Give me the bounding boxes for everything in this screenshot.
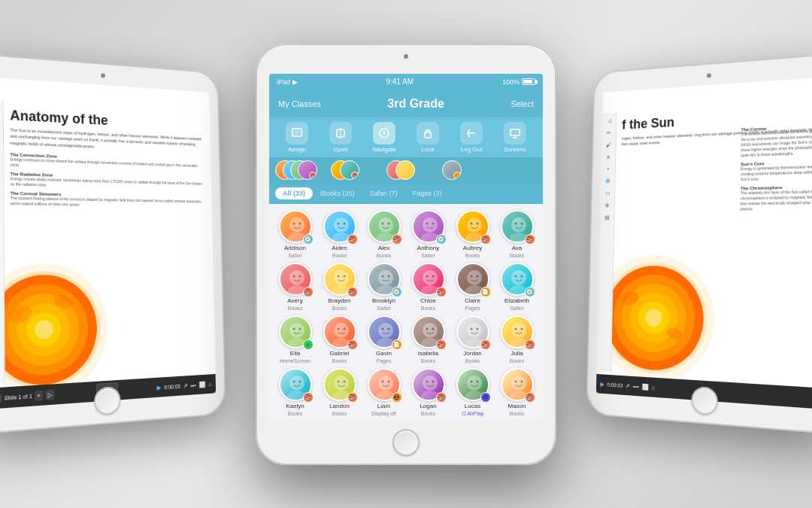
r-toolbar-back[interactable]: ◁ <box>604 115 614 126</box>
student-item[interactable]: 📄 Claire Pages <box>453 263 492 311</box>
svg-point-98 <box>511 323 526 338</box>
student-item[interactable]: 🧭 Brooklyn Safari <box>364 263 404 311</box>
student-item[interactable]: 📚 Aiden Books <box>320 210 359 258</box>
open-tool[interactable]: Open <box>326 122 356 153</box>
r-toolbar-pen[interactable]: ✏ <box>604 127 614 138</box>
left-camera <box>101 73 105 78</box>
r-toolbar-settings[interactable]: ⚙ <box>603 175 613 186</box>
student-item[interactable]: 📚 Logan Books <box>408 368 448 417</box>
home-icon-right[interactable]: ⌂ <box>651 384 655 391</box>
play-icon-right[interactable]: ▶ <box>600 381 604 388</box>
share-icon-right[interactable]: ⇗ <box>626 382 631 389</box>
svg-point-69 <box>432 275 434 277</box>
filter-ibooks[interactable]: iBooks (20) <box>313 187 362 199</box>
back-button[interactable]: My Classes <box>278 99 321 108</box>
app-badge: 📚 <box>436 392 447 403</box>
app-badge: 📚 <box>525 392 535 403</box>
avatar-wrapper: 📚 <box>323 263 356 296</box>
group-av-4: 📚 <box>298 160 317 180</box>
svg-point-53 <box>520 222 523 224</box>
toolbar-layers-icon[interactable]: ▤ <box>0 209 1 221</box>
navigate-tool[interactable]: Navigate <box>369 122 399 153</box>
student-name: Jordan <box>463 350 481 357</box>
present-icon-right[interactable]: ⬜ <box>641 383 648 391</box>
student-item[interactable]: 📚 Landon Books <box>320 368 359 417</box>
center-home-button[interactable] <box>392 429 420 456</box>
r-toolbar-brush[interactable]: 🖌 <box>604 139 614 150</box>
student-name: Claire <box>465 297 480 304</box>
student-item[interactable]: 📚 Ava Books <box>497 210 537 258</box>
student-item[interactable]: ⊡ Lucas ⊡ AirPlay <box>453 368 492 417</box>
filter-all[interactable]: All (33) <box>275 187 313 199</box>
home-icon-left[interactable]: ⌂ <box>208 381 212 388</box>
slide-indicator: Slide 1 of 1 <box>5 393 32 400</box>
student-item[interactable]: 🧭 Elizabeth Safari <box>497 263 537 311</box>
student-item[interactable]: 📚 Alex Books <box>364 210 404 258</box>
lock-tool[interactable]: Lock <box>413 122 443 153</box>
logout-tool[interactable]: Log Out <box>456 122 486 153</box>
filter-safari[interactable]: Safari (7) <box>362 187 405 199</box>
timer-left: 0:00:03 <box>164 383 180 389</box>
student-item[interactable]: 📚 Brayden Books <box>320 263 359 311</box>
suns-core-text: Energy is generated by thermonuclear rea… <box>741 164 812 183</box>
lock-label: Lock <box>422 146 435 153</box>
filter-pages[interactable]: Pages (3) <box>405 187 450 199</box>
screens-tool[interactable]: Screens <box>500 122 530 153</box>
share-icon-left[interactable]: ⇗ <box>183 382 188 389</box>
svg-point-105 <box>298 380 301 382</box>
student-item[interactable]: 🧭 Anthony Safari <box>408 210 448 258</box>
toolbar-rect-icon[interactable]: ▭ <box>0 183 1 194</box>
group-ibooks[interactable]: 📚 <box>331 160 379 181</box>
toolbar-add-icon[interactable]: + <box>0 156 1 167</box>
more-icon-left[interactable]: ••• <box>190 382 196 388</box>
student-item[interactable]: 🧭 Addison Safari <box>275 210 315 258</box>
toolbar-zoom-icon[interactable]: ⊕ <box>0 196 1 207</box>
svg-point-60 <box>337 275 339 277</box>
group-all[interactable]: 📚 <box>275 160 323 181</box>
student-item[interactable]: 📄 Gavin Pages <box>364 315 404 364</box>
left-home-button[interactable] <box>94 386 121 415</box>
status-right-group: 100% <box>502 78 535 86</box>
student-app: Safari <box>288 253 301 258</box>
r-toolbar-zoom[interactable]: ⊕ <box>602 200 612 210</box>
prev-slide-btn[interactable]: ◁ <box>0 393 2 404</box>
logout-icon <box>460 122 483 144</box>
student-item[interactable]: 📚 Chloe Books <box>408 263 448 311</box>
student-name: Aubrey <box>463 245 482 251</box>
student-item[interactable]: 📚 Avery Books <box>275 263 315 311</box>
student-item[interactable]: ⌂ Ella HomeScreen <box>275 315 315 364</box>
sun-diagram-left <box>4 259 113 387</box>
app-badge: 📚 <box>480 339 491 350</box>
student-item[interactable]: 📚 Julia Books <box>497 315 537 364</box>
svg-point-125 <box>520 380 523 382</box>
student-item[interactable]: 📚 Aubrey Books <box>453 210 492 258</box>
group-safari[interactable] <box>386 160 435 181</box>
svg-point-118 <box>467 376 482 391</box>
present-icon-left[interactable]: ⬜ <box>199 381 206 388</box>
r-toolbar-layers[interactable]: ▤ <box>602 212 612 222</box>
app-badge: 🧭 <box>303 234 314 245</box>
student-item[interactable]: 📚 Jordan Books <box>453 315 492 364</box>
svg-point-124 <box>514 380 517 382</box>
select-button[interactable]: Select <box>511 99 534 108</box>
student-item[interactable]: 📚 Kaelyn Books <box>275 368 315 417</box>
avatar-wrapper: 📚 <box>412 368 445 401</box>
student-item[interactable]: 📚 Gabriel Books <box>320 315 359 364</box>
r-toolbar-add[interactable]: + <box>603 163 613 174</box>
group-pages[interactable] <box>442 160 490 181</box>
assign-tool[interactable]: Assign <box>282 122 312 153</box>
student-app: Books <box>421 358 435 364</box>
avatar-wrapper: 📚 <box>412 315 445 348</box>
svg-point-62 <box>378 270 393 285</box>
r-toolbar-rect[interactable]: ▭ <box>603 188 613 199</box>
r-toolbar-text[interactable]: A <box>604 151 614 162</box>
add-slide-btn[interactable]: + <box>35 390 43 400</box>
right-sections: The Corona The ionized elements visible … <box>740 123 812 216</box>
student-item[interactable]: 📚 Mason Books <box>497 368 537 417</box>
toolbar-settings-icon[interactable]: ⚙ <box>0 169 1 181</box>
student-item[interactable]: 📵 Liam Display off <box>364 368 404 417</box>
student-item[interactable]: 📚 Isabella Books <box>408 315 448 364</box>
next-slide-btn[interactable]: ▷ <box>45 389 54 400</box>
play-icon-left[interactable]: ▶ <box>157 384 162 391</box>
more-icon-right[interactable]: ••• <box>633 382 639 389</box>
